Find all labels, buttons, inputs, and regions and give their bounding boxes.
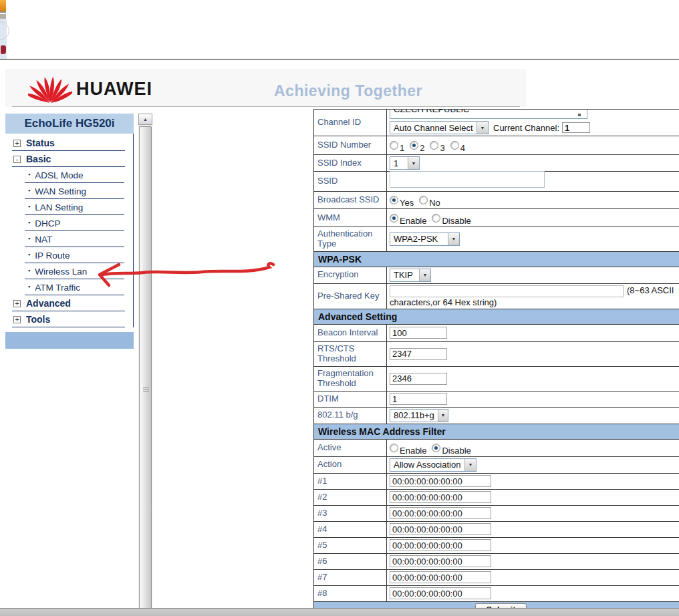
dtim-input[interactable]	[390, 393, 447, 405]
wireless-settings-form: Channel ID CZECH REPUBLIC Auto Channel S…	[313, 109, 679, 616]
ssid-label: SSID	[314, 172, 387, 191]
header-divider	[12, 106, 520, 107]
vertical-scrollbar[interactable]: ▲	[138, 114, 152, 616]
ssid-number-label: SSID Number	[314, 136, 387, 154]
brand-slogan: Achieving Together	[274, 82, 422, 100]
bullet-icon: ▪	[28, 187, 30, 194]
mac-1-input[interactable]	[390, 475, 491, 487]
active-disable-radio[interactable]	[432, 444, 440, 452]
auth-type-select[interactable]: WPA2-PSK ▼	[390, 233, 460, 246]
dtim-label: DTIM	[314, 392, 387, 407]
mac-7-input[interactable]	[390, 571, 491, 583]
country-select[interactable]: CZECH REPUBLIC	[390, 110, 587, 119]
bullet-icon: ▪	[28, 219, 30, 226]
wmm-enable-radio[interactable]	[390, 214, 398, 222]
browser-edge-fragment	[0, 21, 9, 40]
encryption-select[interactable]: TKIP ▼	[390, 269, 431, 282]
chevron-down-icon	[578, 114, 581, 116]
collapse-icon[interactable]: -	[13, 156, 21, 163]
mac-5-input[interactable]	[390, 539, 491, 551]
action-select[interactable]: Allow Association ▼	[390, 458, 477, 472]
wmm-label: WMM	[314, 209, 387, 226]
ssid-input[interactable]	[390, 171, 545, 188]
wmm-disable-radio[interactable]	[432, 214, 440, 222]
expand-icon[interactable]: +	[13, 316, 21, 323]
action-label: Action	[314, 457, 387, 473]
psk-hint-below: characters,or 64 Hex string)	[390, 297, 497, 307]
browser-edge-fragment	[0, 0, 6, 13]
sidebar-item-dhcp[interactable]: ▪ DHCP	[5, 215, 133, 231]
rts-cts-threshold-input[interactable]	[390, 348, 447, 360]
mac-4-label: #4	[314, 522, 387, 537]
chevron-down-icon: ▼	[408, 157, 419, 169]
broadcast-ssid-label: Broadcast SSID	[314, 192, 387, 208]
nav-tree: + Status - Basic ▪ ADSL Mode ▪ WAN Setti…	[5, 134, 134, 327]
mac-filter-section-header: Wireless MAC Address Filter	[314, 424, 679, 440]
expand-icon[interactable]: +	[13, 300, 21, 307]
ssid-number-radio-1[interactable]	[390, 141, 398, 150]
broadcast-yes-radio[interactable]	[390, 196, 398, 204]
channel-mode-select[interactable]: Auto Channel Select ▼	[390, 121, 489, 134]
sidebar-item-basic[interactable]: - Basic	[5, 151, 133, 167]
sidebar-item-wan-setting[interactable]: ▪ WAN Setting	[5, 183, 133, 199]
ssid-index-select[interactable]: 1 ▼	[390, 156, 420, 170]
brand-name: HUAWEI	[76, 79, 152, 100]
mac-3-input[interactable]	[390, 507, 491, 519]
sidebar-footer	[5, 332, 134, 349]
bullet-icon: ▪	[28, 171, 30, 178]
advanced-setting-section-header: Advanced Setting	[314, 309, 679, 325]
sidebar-item-status[interactable]: + Status	[5, 135, 133, 151]
mac-7-label: #7	[314, 570, 387, 585]
page-header: HUAWEI Achieving Together	[5, 69, 526, 107]
encryption-label: Encryption	[314, 267, 387, 283]
sidebar-item-ip-route[interactable]: ▪ IP Route	[5, 247, 133, 263]
bullet-icon: ▪	[28, 203, 30, 210]
chevron-down-icon: ▼	[438, 410, 448, 422]
fragmentation-threshold-label: Fragmentation Threshold	[314, 367, 387, 391]
ssid-number-radio-4[interactable]	[450, 141, 459, 150]
scrollbar-thumb[interactable]	[139, 126, 152, 616]
channel-id-label: Channel ID	[314, 110, 387, 136]
pre-shared-key-input[interactable]	[390, 285, 624, 297]
ssid-index-label: SSID Index	[314, 155, 387, 171]
sidebar-item-wireless-lan[interactable]: ▪ Wireless Lan	[5, 263, 133, 279]
mac-8-input[interactable]	[390, 587, 491, 599]
mac-6-label: #6	[314, 554, 387, 569]
mac-1-label: #1	[314, 474, 387, 489]
sidebar-item-lan-setting[interactable]: ▪ LAN Setting	[5, 199, 133, 215]
sidebar-item-tools[interactable]: + Tools	[5, 311, 133, 327]
chevron-down-icon: ▼	[477, 122, 488, 134]
sidebar-item-adsl-mode[interactable]: ▪ ADSL Mode	[5, 167, 133, 183]
device-title: EchoLife HG520i	[5, 114, 134, 134]
broadcast-no-radio[interactable]	[419, 196, 428, 204]
expand-icon[interactable]: +	[13, 140, 21, 147]
bullet-icon: ▪	[28, 283, 30, 290]
chevron-down-icon: ▼	[448, 233, 459, 245]
active-enable-radio[interactable]	[390, 444, 398, 452]
bullet-icon: ▪	[28, 235, 30, 242]
fragmentation-threshold-input[interactable]	[390, 373, 447, 385]
sidebar-item-advanced[interactable]: + Advanced	[5, 295, 133, 311]
ssid-number-radio-2[interactable]	[410, 141, 418, 150]
mac-3-label: #3	[314, 506, 387, 521]
mac-2-input[interactable]	[390, 491, 491, 503]
active-label: Active	[314, 440, 387, 456]
sidebar-item-nat[interactable]: ▪ NAT	[5, 231, 133, 247]
80211bg-select[interactable]: 802.11b+g ▼	[390, 409, 448, 422]
current-channel-input[interactable]	[562, 122, 590, 133]
scrollbar-up-arrow-icon[interactable]: ▲	[138, 114, 152, 125]
beacon-interval-input[interactable]	[390, 327, 447, 339]
mac-2-label: #2	[314, 490, 387, 505]
psk-hint-right: (8~63 ASCII	[627, 285, 674, 295]
sidebar-item-atm-traffic[interactable]: ▪ ATM Traffic	[5, 279, 133, 295]
beacon-interval-label: Beacon Interval	[314, 325, 387, 341]
sidebar-nav: EchoLife HG520i + Status - Basic ▪ ADSL …	[5, 114, 134, 349]
mac-6-input[interactable]	[390, 555, 491, 567]
router-config-page: HUAWEI Achieving Together EchoLife HG520…	[0, 0, 679, 616]
auth-type-label: Authentication Type	[314, 227, 387, 251]
chevron-down-icon: ▼	[464, 459, 476, 471]
scrollbar-grip-icon	[143, 388, 149, 393]
browser-edge-fragment	[0, 14, 6, 19]
ssid-number-radio-3[interactable]	[430, 141, 438, 150]
mac-4-input[interactable]	[390, 523, 491, 535]
